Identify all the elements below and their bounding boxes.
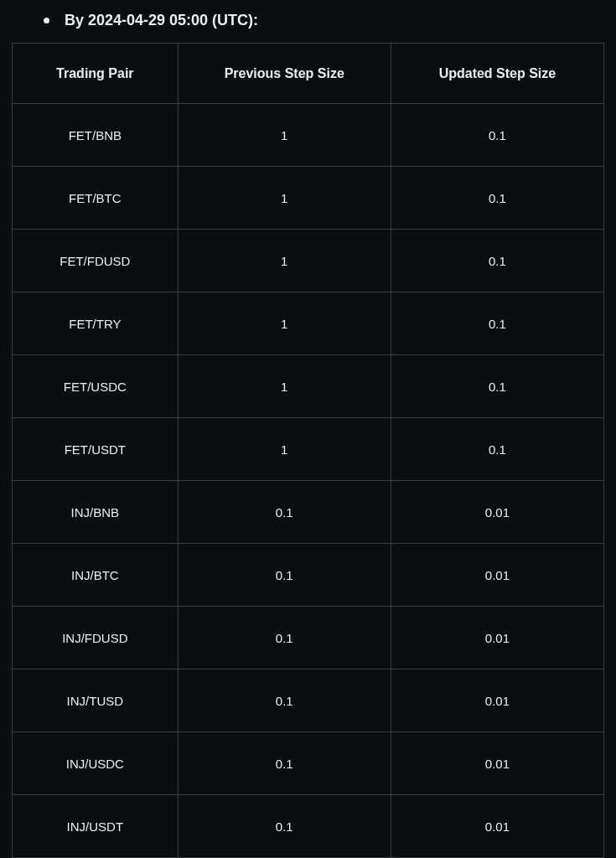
cell-previous-step: 1 [178, 292, 391, 355]
table-row: FET/USDT10.1 [13, 418, 604, 481]
header-trading-pair: Trading Pair [13, 44, 179, 104]
cell-previous-step: 1 [178, 167, 391, 230]
bullet-icon [44, 18, 49, 23]
header-updated-step: Updated Step Size [391, 44, 603, 104]
cell-trading-pair: INJ/FDUSD [13, 607, 179, 669]
table-row: FET/BNB10.1 [13, 104, 604, 167]
cell-previous-step: 0.1 [178, 795, 391, 858]
cell-updated-step: 0.1 [391, 167, 603, 230]
bullet-text: By 2024-04-29 05:00 (UTC): [65, 12, 258, 29]
cell-trading-pair: INJ/BNB [13, 481, 179, 544]
table-row: INJ/TUSD0.10.01 [13, 669, 604, 732]
cell-updated-step: 0.1 [391, 418, 603, 481]
cell-trading-pair: INJ/USDT [13, 795, 179, 858]
table-row: FET/FDUSD10.1 [13, 230, 604, 292]
cell-updated-step: 0.01 [391, 669, 603, 732]
cell-previous-step: 0.1 [178, 669, 391, 732]
cell-updated-step: 0.01 [391, 732, 603, 795]
cell-previous-step: 0.1 [178, 481, 391, 544]
table-row: INJ/BNB0.10.01 [13, 481, 604, 544]
cell-trading-pair: FET/USDC [13, 355, 179, 418]
cell-previous-step: 0.1 [178, 607, 391, 669]
cell-previous-step: 1 [178, 230, 391, 292]
cell-previous-step: 0.1 [178, 544, 391, 607]
table-row: FET/USDC10.1 [13, 355, 604, 418]
cell-trading-pair: FET/BNB [13, 104, 179, 167]
cell-updated-step: 0.01 [391, 481, 603, 544]
step-size-table: Trading Pair Previous Step Size Updated … [12, 43, 604, 858]
cell-trading-pair: INJ/USDC [13, 732, 179, 795]
cell-updated-step: 0.1 [391, 104, 603, 167]
cell-previous-step: 1 [178, 418, 391, 481]
table-row: FET/BTC10.1 [13, 167, 604, 230]
cell-updated-step: 0.01 [391, 607, 603, 669]
cell-updated-step: 0.01 [391, 795, 603, 858]
table-row: FET/TRY10.1 [13, 292, 604, 355]
table-row: INJ/FDUSD0.10.01 [13, 607, 604, 669]
cell-updated-step: 0.1 [391, 230, 603, 292]
cell-trading-pair: FET/TRY [13, 292, 179, 355]
table-row: INJ/USDT0.10.01 [13, 795, 604, 858]
cell-trading-pair: FET/USDT [13, 418, 179, 481]
cell-trading-pair: FET/FDUSD [13, 230, 179, 292]
cell-updated-step: 0.1 [391, 292, 603, 355]
cell-trading-pair: INJ/BTC [13, 544, 179, 607]
table-row: INJ/BTC0.10.01 [13, 544, 604, 607]
cell-trading-pair: FET/BTC [13, 167, 179, 230]
cell-previous-step: 1 [178, 104, 391, 167]
cell-updated-step: 0.1 [391, 355, 603, 418]
cell-previous-step: 0.1 [178, 732, 391, 795]
cell-updated-step: 0.01 [391, 544, 603, 607]
table-row: INJ/USDC0.10.01 [13, 732, 604, 795]
bullet-line: By 2024-04-29 05:00 (UTC): [44, 12, 604, 29]
header-previous-step: Previous Step Size [178, 44, 391, 104]
cell-trading-pair: INJ/TUSD [13, 669, 179, 732]
cell-previous-step: 1 [178, 355, 391, 418]
table-header-row: Trading Pair Previous Step Size Updated … [13, 44, 604, 104]
